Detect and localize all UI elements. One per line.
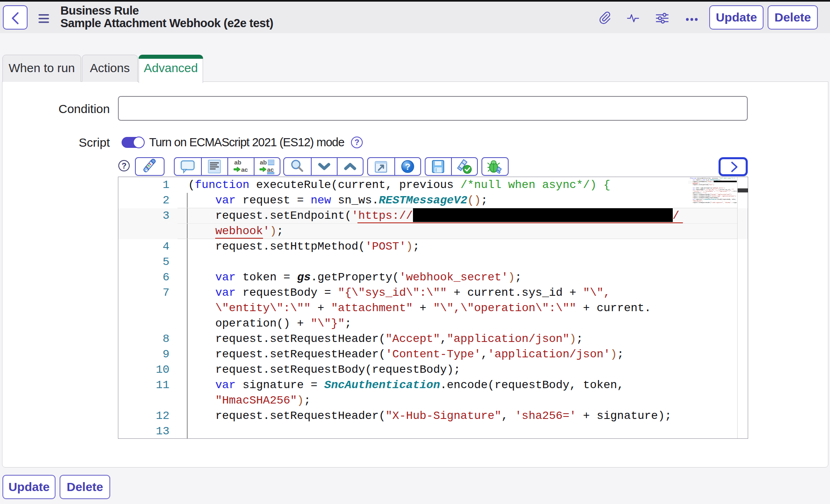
svg-text:ab: ab	[260, 159, 267, 166]
svg-text:ac: ac	[267, 166, 274, 173]
svg-text:?: ?	[405, 162, 410, 172]
svg-text:ac: ac	[241, 166, 248, 173]
svg-text:ab: ab	[234, 159, 242, 166]
